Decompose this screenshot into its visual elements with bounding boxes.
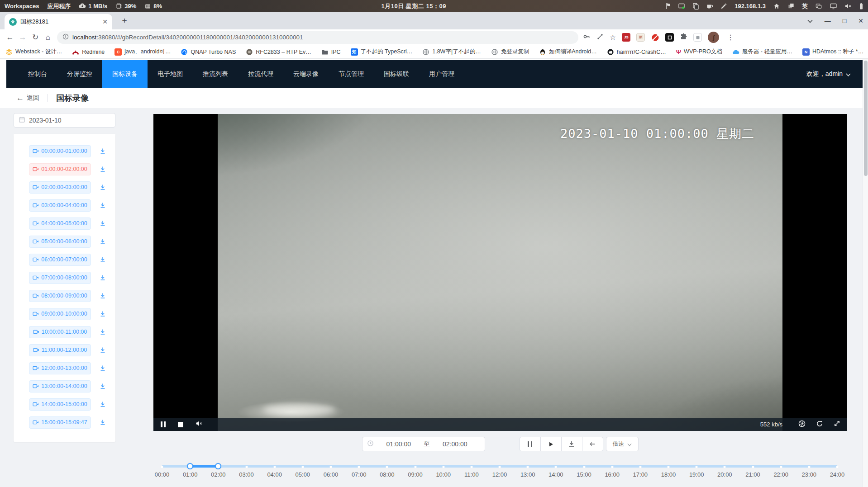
play-button[interactable] <box>540 437 562 451</box>
bookmark-item[interactable]: QNAP Turbo NAS <box>181 48 236 56</box>
page-scrollbar[interactable] <box>863 59 868 487</box>
workspaces-button[interactable]: Workspaces <box>5 3 39 9</box>
password-key-icon[interactable] <box>583 33 591 42</box>
scrollbar-thumb[interactable] <box>864 61 868 176</box>
window-switcher-icon[interactable] <box>815 3 822 9</box>
recording-download-button[interactable] <box>99 256 106 263</box>
recording-button[interactable]: 11:00:00-12:00:00 <box>29 344 91 356</box>
slider-handle-end[interactable] <box>215 463 221 469</box>
profile-avatar[interactable]: ʃ <box>708 32 719 43</box>
date-picker-input[interactable]: 2023-01-10 <box>14 113 115 128</box>
slider-handle-start[interactable] <box>187 463 193 469</box>
extension-blocker-icon[interactable] <box>651 33 659 42</box>
recording-button[interactable]: 07:00:00-08:00:00 <box>29 272 91 284</box>
player-stop-button[interactable] <box>178 422 183 427</box>
window-minimize-button[interactable]: — <box>825 17 831 24</box>
start-time-value[interactable]: 01:00:00 <box>374 440 424 448</box>
nav-tab-6[interactable]: 拉流代理 <box>238 60 283 88</box>
home-icon[interactable] <box>773 3 780 9</box>
applications-button[interactable]: 应用程序 <box>47 2 71 10</box>
nav-tab-2[interactable]: 分屏监控 <box>57 60 102 88</box>
recording-download-button[interactable] <box>99 328 106 336</box>
recording-button[interactable]: 08:00:00-09:00:00 <box>29 290 91 302</box>
recording-button[interactable]: 00:00:00-01:00:00 <box>29 145 91 157</box>
bookmark-star-icon[interactable]: ☆ <box>610 33 616 42</box>
browser-reload-button[interactable]: ↻ <box>29 31 42 44</box>
screenshot-tool-icon[interactable] <box>678 3 685 9</box>
seek-back-button[interactable] <box>582 437 603 451</box>
recording-download-button[interactable] <box>99 310 106 317</box>
timeline-slider[interactable]: 00:0001:0002:0003:0004:0005:0006:0007:00… <box>162 461 837 487</box>
volume-muted-icon[interactable] <box>844 3 852 9</box>
browser-back-button[interactable]: ← <box>4 31 16 44</box>
back-link[interactable]: ← 返回 <box>16 94 39 103</box>
clipboard-icon[interactable] <box>692 3 699 9</box>
recording-button[interactable]: 09:00:00-10:00:00 <box>29 308 91 320</box>
browser-forward-button[interactable]: → <box>16 31 29 44</box>
network-speed-indicator[interactable]: 1 MB/s <box>79 3 107 9</box>
new-tab-button[interactable]: + <box>119 15 130 27</box>
player-refresh-button[interactable] <box>816 420 823 429</box>
share-icon[interactable] <box>596 33 604 42</box>
extension-dark-icon[interactable] <box>665 33 674 42</box>
recording-download-button[interactable] <box>99 292 106 299</box>
extension-doc-icon[interactable] <box>636 33 645 42</box>
nav-tab-8[interactable]: 节点管理 <box>329 60 374 88</box>
nav-tab-9[interactable]: 国标级联 <box>374 60 419 88</box>
browser-tab[interactable]: 国标28181 ✕ <box>5 14 112 29</box>
bookmark-item[interactable]: hairrrrr/C-CrashC… <box>607 48 666 56</box>
video-player[interactable]: 2023-01-10 01:00:00 星期二 552 kb/s <box>153 114 847 431</box>
recording-button[interactable]: 12:00:00-13:00:00 <box>29 362 91 374</box>
user-menu[interactable]: 欢迎，admin <box>806 70 851 78</box>
player-mute-button[interactable] <box>196 420 203 429</box>
tab-search-chevron-icon[interactable] <box>807 17 813 24</box>
cpu-indicator[interactable]: 39% <box>115 3 136 9</box>
workspaces-grid-icon[interactable] <box>787 3 795 9</box>
speed-dropdown[interactable]: 倍速 <box>606 437 639 451</box>
recording-button[interactable]: 06:00:00-07:00:00 <box>29 254 91 266</box>
video-surface[interactable]: 2023-01-10 01:00:00 星期二 <box>218 114 782 431</box>
bookmark-item[interactable]: Redmine <box>72 48 105 56</box>
url-field[interactable]: localhost:38080/#/gbRecordDetail/3402000… <box>57 31 578 44</box>
player-pause-button[interactable] <box>161 421 166 427</box>
recording-button[interactable]: 04:00:00-05:00:00 <box>29 217 91 230</box>
nav-tab-5[interactable]: 推流列表 <box>193 60 238 88</box>
browser-menu-icon[interactable]: ⋮ <box>725 33 736 42</box>
recording-download-button[interactable] <box>99 383 106 390</box>
tray-flag-icon[interactable] <box>665 3 671 9</box>
recording-download-button[interactable] <box>99 364 106 372</box>
window-close-button[interactable]: ✕ <box>858 17 863 24</box>
bookmark-item[interactable]: IPC <box>321 48 341 56</box>
recording-download-button[interactable] <box>99 238 106 245</box>
color-picker-icon[interactable] <box>720 3 727 9</box>
recording-download-button[interactable] <box>99 401 106 408</box>
bookmark-item[interactable]: 知了不起的 TypeScri… <box>351 48 413 56</box>
extension-js-icon[interactable]: JS <box>622 33 630 42</box>
recording-download-button[interactable] <box>99 165 106 173</box>
recording-download-button[interactable] <box>99 220 106 227</box>
bookmark-item[interactable]: 服务器 - 轻量应用… <box>732 48 792 56</box>
system-clock[interactable]: 1月10日 星期二 15：09 <box>162 2 665 10</box>
recording-button[interactable]: 14:00:00-15:00:00 <box>29 398 91 411</box>
snapshot-shutter-button[interactable] <box>798 420 806 429</box>
memory-indicator[interactable]: 8% <box>144 3 162 9</box>
site-info-icon[interactable] <box>62 33 69 42</box>
recording-download-button[interactable] <box>99 202 106 209</box>
coffee-cup-icon[interactable] <box>706 3 713 9</box>
extensions-puzzle-icon[interactable] <box>680 33 687 42</box>
tab-close-icon[interactable]: ✕ <box>102 18 108 25</box>
bookmark-item[interactable]: Cjava、android可… <box>114 48 171 56</box>
bookmark-item[interactable]: NHDAtmos :: 种子 *… <box>802 48 863 56</box>
battery-icon[interactable] <box>859 3 863 10</box>
nav-tab-3[interactable]: 国标设备 <box>102 60 148 88</box>
fullscreen-button[interactable] <box>834 420 840 429</box>
language-indicator[interactable]: 英 <box>802 2 808 10</box>
bookmark-item[interactable]: RFC2833 – RTP Ev… <box>246 48 311 56</box>
download-button[interactable] <box>561 437 582 451</box>
recording-download-button[interactable] <box>99 147 106 155</box>
pause-button[interactable] <box>520 437 541 451</box>
recording-button[interactable]: 10:00:00-11:00:00 <box>29 326 91 338</box>
recording-button[interactable]: 13:00:00-14:00:00 <box>29 380 91 392</box>
end-time-value[interactable]: 02:00:00 <box>430 440 480 448</box>
window-maximize-button[interactable]: □ <box>843 17 846 24</box>
